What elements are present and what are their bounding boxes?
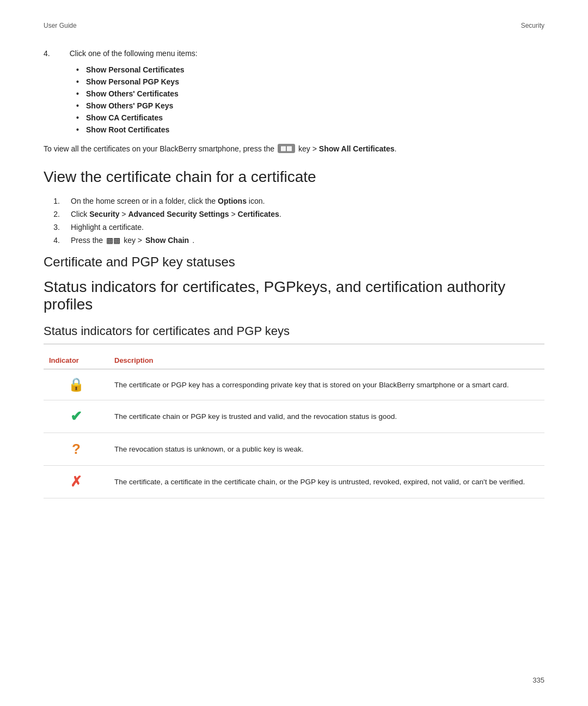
list-item: Show Personal Certificates xyxy=(76,65,544,74)
section2-heading: Certificate and PGP key statuses xyxy=(44,254,544,270)
step-3: 3. Highlight a certificate. xyxy=(44,223,544,232)
status-table: Indicator Description 🔒 The certificate … xyxy=(44,352,544,498)
step-2: 2. Click Security > Advanced Security Se… xyxy=(44,210,544,218)
section1-heading: View the certificate chain for a certifi… xyxy=(44,168,544,186)
list-item: Show CA Certificates xyxy=(76,113,544,122)
col-description: Description xyxy=(109,352,544,369)
description-cell-4: The certificate, a certificate in the ce… xyxy=(109,466,544,498)
step4-intro: 4. Click one of the following menu items… xyxy=(44,49,544,58)
key-icon: ▩▩ xyxy=(278,144,295,153)
page-number: 335 xyxy=(532,676,544,684)
list-item: Show Others' PGP Keys xyxy=(76,101,544,110)
icon-cell-check: ✔ xyxy=(44,400,109,433)
section4-heading: Status indicators for certificates and P… xyxy=(44,324,544,338)
lock-icon: 🔒 xyxy=(68,377,84,392)
step-1: 1. On the home screen or in a folder, cl… xyxy=(44,197,544,205)
page-header: User Guide Security xyxy=(44,22,544,29)
view-note-suffix: key > Show All Certificates. xyxy=(298,144,396,153)
description-cell-3: The revocation status is unknown, or a p… xyxy=(109,433,544,466)
table-row: 🔒 The certificate or PGP key has a corre… xyxy=(44,369,544,400)
key-icon-2: ▩▩ xyxy=(106,236,120,245)
bullet-list: Show Personal Certificates Show Personal… xyxy=(76,65,544,134)
table-divider xyxy=(44,344,544,344)
step4-text: Click one of the following menu items: xyxy=(70,49,198,58)
table-header-row: Indicator Description xyxy=(44,352,544,369)
check-icon: ✔ xyxy=(70,408,82,424)
step4-number: 4. xyxy=(44,49,50,58)
page: User Guide Security 4. Click one of the … xyxy=(0,0,588,706)
description-cell-2: The certificate chain or PGP key is trus… xyxy=(109,400,544,433)
icon-cell-question: ? xyxy=(44,433,109,466)
section3-heading: Status indicators for certificates, PGPk… xyxy=(44,278,544,313)
step-4: 4. Press the ▩▩ key > Show Chain . xyxy=(44,236,544,245)
icon-cell-lock: 🔒 xyxy=(44,369,109,400)
table-row: ? The revocation status is unknown, or a… xyxy=(44,433,544,466)
view-note-bold: Show All Certificates xyxy=(319,144,395,153)
description-cell-1: The certificate or PGP key has a corresp… xyxy=(109,369,544,400)
section1-steps: 1. On the home screen or in a folder, cl… xyxy=(44,197,544,245)
question-icon: ? xyxy=(72,441,81,457)
icon-cell-x: ✗ xyxy=(44,466,109,498)
header-right: Security xyxy=(521,22,544,29)
list-item: Show Root Certificates xyxy=(76,125,544,134)
table-row: ✔ The certificate chain or PGP key is tr… xyxy=(44,400,544,433)
list-item: Show Personal PGP Keys xyxy=(76,77,544,86)
table-row: ✗ The certificate, a certificate in the … xyxy=(44,466,544,498)
header-left: User Guide xyxy=(44,22,77,29)
view-note: To view all the certificates on your Bla… xyxy=(44,144,544,153)
x-icon: ✗ xyxy=(70,473,82,490)
view-note-prefix: To view all the certificates on your Bla… xyxy=(44,144,274,153)
list-item: Show Others' Certificates xyxy=(76,89,544,98)
col-indicator: Indicator xyxy=(44,352,109,369)
